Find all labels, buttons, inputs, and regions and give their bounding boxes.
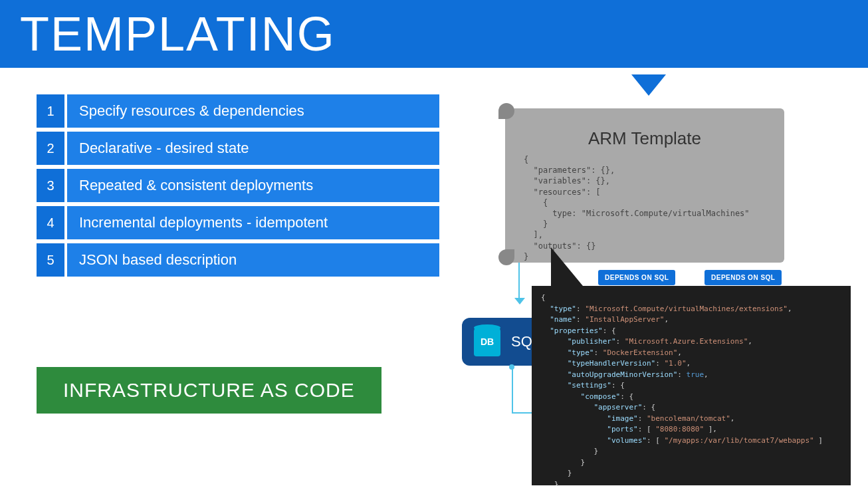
code-value: bencoleman/tomcat: [651, 414, 726, 423]
code-value: /myapps:/var/lib/tomcat7/webapps: [669, 436, 810, 445]
flow-connector: [512, 367, 513, 414]
infrastructure-as-code-badge: INFRASTRUCTURE AS CODE: [37, 367, 381, 414]
arm-template-title: ARM Template: [505, 128, 784, 149]
list-number: 1: [37, 94, 64, 128]
code-value: true: [687, 370, 705, 379]
scroll-curl-icon: [498, 103, 514, 119]
flow-connector: [518, 263, 520, 299]
depends-on-sql-badge: DEPENDS ON SQL: [598, 270, 675, 285]
extension-code-callout: { "type": "Microsoft.Compute/virtualMach…: [532, 286, 851, 485]
scroll-curl-icon: [498, 249, 514, 265]
list-text: Declarative - desired state: [67, 132, 439, 165]
list-number: 2: [37, 132, 64, 165]
arm-template-scroll: ARM Template { "parameters": {}, "variab…: [505, 108, 784, 263]
code-value: Microsoft.Compute/virtualMachines/extens…: [590, 305, 783, 313]
list-text: Specify resources & dependencies: [67, 94, 439, 128]
code-value: Microsoft.Azure.Extensions: [629, 337, 743, 346]
list-number: 4: [37, 206, 64, 239]
depends-on-sql-badge: DEPENDS ON SQL: [705, 270, 782, 285]
connector-dot-icon: [509, 364, 514, 370]
code-value: 1.0: [669, 359, 682, 368]
list-text: Repeated & consistent deployments: [67, 169, 439, 202]
arm-template-code: { "parameters": {}, "variables": {}, "re…: [505, 154, 784, 262]
list-number: 5: [37, 243, 64, 277]
code-value: 8080:8080: [660, 425, 700, 433]
list-number: 3: [37, 169, 64, 202]
flow-arrow-icon: [514, 298, 525, 305]
code-value: InstallAppServer: [590, 315, 660, 324]
list-text: JSON based description: [67, 243, 439, 277]
list-text: Incremental deployments - idempotent: [67, 206, 439, 239]
slide-title: TEMPLATING: [0, 0, 868, 68]
code-value: DockerExtension: [607, 348, 673, 357]
database-icon: DB: [474, 327, 500, 356]
